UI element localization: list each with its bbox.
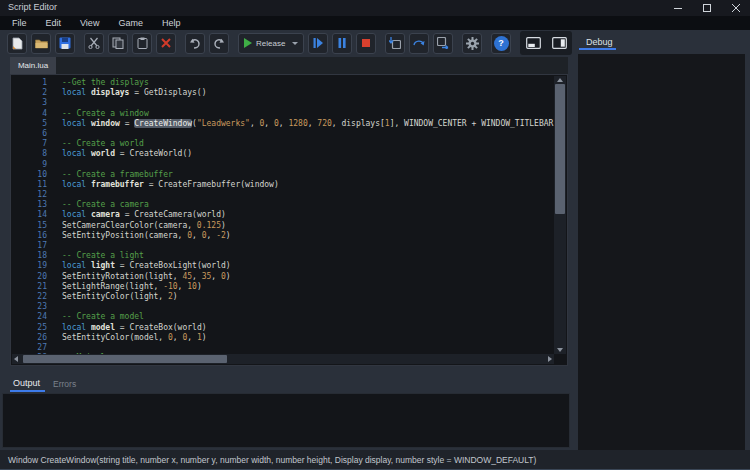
step-over-button[interactable] [409, 33, 429, 54]
vertical-scrollbar-thumb[interactable] [555, 84, 565, 214]
options-button[interactable] [462, 33, 482, 54]
line-number: 21 [11, 282, 55, 292]
help-button[interactable]: ? [491, 33, 511, 54]
code-line[interactable]: 2local displays = GetDisplays() [11, 88, 554, 98]
code-line[interactable]: 23 [11, 302, 554, 312]
step-out-icon [437, 37, 449, 49]
line-number: 1 [11, 78, 55, 88]
scroll-down-arrow-icon[interactable] [557, 348, 563, 352]
line-number: 25 [11, 323, 55, 333]
line-number: 23 [11, 302, 55, 312]
close-button[interactable] [721, 0, 750, 16]
copy-button[interactable] [108, 33, 128, 54]
toggle-bottom-panel-button[interactable] [522, 34, 544, 52]
code-line-text: local window = CreateWindow("Leadwerks",… [62, 119, 554, 129]
pause-button[interactable] [332, 33, 352, 54]
code-line[interactable]: 24-- Create a model [11, 312, 554, 322]
redo-button[interactable] [209, 33, 229, 54]
code-line[interactable]: 22SetEntityColor(light, 2) [11, 292, 554, 302]
code-line[interactable]: 6 [11, 129, 554, 139]
horizontal-scrollbar-thumb[interactable] [23, 355, 227, 363]
code-editor[interactable]: 1--Get the displays2local displays = Get… [10, 74, 568, 366]
line-number: 13 [11, 200, 55, 210]
menu-edit[interactable]: Edit [46, 18, 62, 28]
line-number: 26 [11, 333, 55, 343]
code-line[interactable]: 15SetCameraClearColor(camera, 0.125) [11, 221, 554, 231]
open-button[interactable] [31, 33, 51, 54]
file-tab-label: Main.lua [18, 61, 48, 70]
code-line[interactable]: 25local model = CreateBox(world) [11, 323, 554, 333]
step-into-button[interactable] [385, 33, 405, 54]
run-release-dropdown[interactable]: Release [238, 33, 304, 54]
save-button[interactable] [55, 33, 75, 54]
tab-debug[interactable]: Debug [586, 37, 613, 47]
code-line[interactable]: 1--Get the displays [11, 78, 554, 88]
code-line[interactable]: 3 [11, 98, 554, 108]
status-hint-text: Window CreateWindow(string title, number… [8, 455, 536, 465]
minimize-icon [674, 4, 682, 12]
code-line[interactable]: 27 [11, 343, 554, 353]
maximize-icon [703, 4, 711, 12]
code-line[interactable]: 17 [11, 241, 554, 251]
window-title: Script Editor [8, 2, 57, 12]
code-line-text: SetEntityColor(model, 0, 0, 1) [62, 333, 207, 343]
gear-icon [466, 37, 479, 50]
code-line-text: SetCameraClearColor(camera, 0.125) [62, 221, 226, 231]
tab-errors[interactable]: Errors [53, 379, 76, 389]
vertical-scrollbar[interactable] [554, 76, 566, 354]
code-line-text: SetLightRange(light, -10, 10) [62, 282, 202, 292]
cut-scissors-icon [88, 37, 100, 49]
line-number: 18 [11, 251, 55, 261]
line-number: 27 [11, 343, 55, 353]
code-line[interactable]: 7-- Create a world [11, 139, 554, 149]
horizontal-scrollbar[interactable] [12, 354, 554, 364]
code-line[interactable]: 20SetEntityRotation(light, 45, 35, 0) [11, 272, 554, 282]
tab-main-lua[interactable]: Main.lua [10, 57, 56, 74]
code-line[interactable]: 14local camera = CreateCamera(world) [11, 210, 554, 220]
step-over-icon [413, 38, 425, 48]
line-number: 24 [11, 312, 55, 322]
line-number: 8 [11, 149, 55, 159]
code-line[interactable]: 9 [11, 160, 554, 170]
code-line[interactable]: 11local framebuffer = CreateFramebuffer(… [11, 180, 554, 190]
minimize-button[interactable] [663, 0, 692, 16]
undo-button[interactable] [185, 33, 205, 54]
line-number: 22 [11, 292, 55, 302]
redo-icon [213, 38, 225, 49]
scroll-left-arrow-icon[interactable] [14, 356, 18, 362]
line-number: 14 [11, 210, 55, 220]
code-line[interactable]: 16SetEntityPosition(camera, 0, 0, -2) [11, 231, 554, 241]
scroll-right-arrow-icon[interactable] [548, 356, 552, 362]
code-line[interactable]: 4-- Create a window [11, 109, 554, 119]
code-line[interactable]: 26SetEntityColor(model, 0, 0, 1) [11, 333, 554, 343]
code-area[interactable]: 1--Get the displays2local displays = Get… [11, 75, 554, 355]
step-out-button[interactable] [433, 33, 453, 54]
code-line[interactable]: 5local window = CreateWindow("Leadwerks"… [11, 119, 554, 129]
code-line-text: -- Create a world [62, 139, 144, 149]
toolbar: Release [0, 31, 572, 55]
scroll-up-arrow-icon[interactable] [557, 78, 563, 82]
menu-view[interactable]: View [80, 18, 99, 28]
stop-button[interactable] [356, 33, 376, 54]
code-line[interactable]: 21SetLightRange(light, -10, 10) [11, 282, 554, 292]
tab-output[interactable]: Output [13, 378, 40, 388]
code-line-text: SetEntityPosition(camera, 0, 0, -2) [62, 231, 231, 241]
maximize-button[interactable] [692, 0, 721, 16]
paste-button[interactable] [132, 33, 152, 54]
menu-game[interactable]: Game [118, 18, 143, 28]
code-line-text: local world = CreateWorld() [62, 149, 192, 159]
menu-file[interactable]: File [12, 18, 27, 28]
code-line[interactable]: 19local light = CreateBoxLight(world) [11, 261, 554, 271]
code-line[interactable]: 10-- Create a framebuffer [11, 170, 554, 180]
step-button[interactable] [308, 33, 328, 54]
new-script-button[interactable] [7, 33, 27, 54]
code-line[interactable]: 13-- Create a camera [11, 200, 554, 210]
code-line[interactable]: 8local world = CreateWorld() [11, 149, 554, 159]
code-line[interactable]: 18-- Create a light [11, 251, 554, 261]
delete-button[interactable] [156, 33, 176, 54]
cut-button[interactable] [84, 33, 104, 54]
code-line[interactable]: 12 [11, 190, 554, 200]
toggle-right-panel-button[interactable] [548, 34, 570, 52]
menu-help[interactable]: Help [162, 18, 181, 28]
save-floppy-icon [59, 37, 71, 49]
